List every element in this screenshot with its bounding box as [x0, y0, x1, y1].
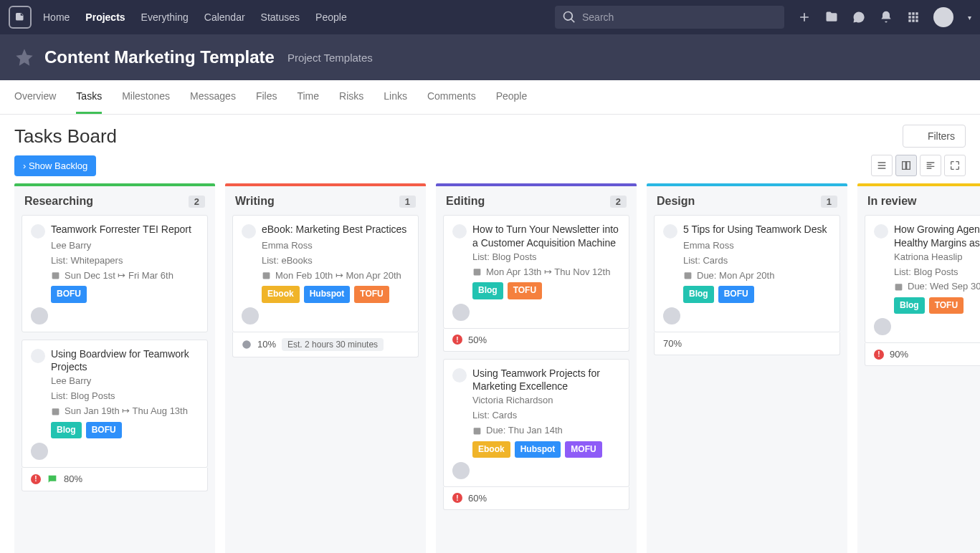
top-nav: HomeProjectsEverythingCalendarStatusesPe… — [43, 11, 347, 23]
tag-tofu[interactable]: TOFU — [929, 297, 964, 314]
task-card[interactable]: Using Boardview for Teamwork ProjectsLee… — [22, 340, 208, 468]
tag-bofu[interactable]: BOFU — [51, 286, 87, 302]
list-view-icon[interactable] — [871, 155, 893, 176]
card-tags: EbookHubspotTOFU — [262, 286, 409, 302]
tab-milestones[interactable]: Milestones — [122, 80, 170, 114]
task-checkbox[interactable] — [663, 224, 677, 239]
tag-ebook[interactable]: Ebook — [262, 286, 300, 302]
card-progress: 70% — [663, 338, 682, 349]
fullscreen-icon[interactable] — [944, 155, 966, 176]
nav-link-everything[interactable]: Everything — [141, 11, 189, 23]
card-assignee: Lee Barry — [51, 374, 199, 389]
search-box[interactable] — [555, 6, 784, 29]
nav-link-projects[interactable]: Projects — [85, 11, 125, 23]
search-input[interactable] — [582, 11, 777, 23]
tag-mofu[interactable]: MOFU — [565, 441, 601, 458]
clock-icon — [242, 340, 252, 350]
task-checkbox[interactable] — [31, 224, 45, 239]
assignee-avatar[interactable] — [452, 462, 470, 479]
page-title: Content Marketing Template — [44, 47, 275, 67]
tab-messages[interactable]: Messages — [190, 80, 236, 114]
chat-icon[interactable] — [852, 10, 866, 24]
card-assignee: Victoria Richardson — [472, 393, 620, 408]
assignee-avatar[interactable] — [31, 443, 48, 460]
task-checkbox[interactable] — [242, 224, 256, 239]
tag-bofu[interactable]: BOFU — [86, 422, 122, 438]
show-backlog-button[interactable]: › Show Backlog — [14, 155, 96, 176]
task-checkbox[interactable] — [452, 368, 467, 383]
tag-tofu[interactable]: TOFU — [508, 282, 542, 299]
project-tabs: OverviewTasksMilestonesMessagesFilesTime… — [0, 80, 980, 115]
tag-ebook[interactable]: Ebook — [472, 441, 510, 458]
calendar-icon — [894, 282, 903, 292]
assignee-avatar[interactable] — [452, 304, 470, 321]
plus-icon[interactable] — [797, 10, 812, 24]
tab-tasks[interactable]: Tasks — [76, 80, 102, 114]
card-footer: !90% — [865, 343, 980, 366]
task-card[interactable]: eBook: Marketing Best PracticesEmma Ross… — [232, 215, 419, 332]
kanban-board: Researching2Teamwork Forrester TEI Repor… — [0, 183, 980, 553]
assignee-avatar[interactable] — [242, 307, 259, 324]
task-card[interactable]: How Growing Agencies Maintain Healthy Ma… — [865, 215, 980, 343]
user-avatar[interactable] — [933, 7, 953, 27]
task-card[interactable]: Using Teamwork Projects for Marketing Ex… — [443, 359, 629, 487]
tab-comments[interactable]: Comments — [427, 80, 476, 114]
filters-button[interactable]: Filters — [903, 125, 966, 148]
card-progress: 50% — [468, 335, 487, 345]
assignee-avatar[interactable] — [31, 307, 48, 324]
bell-icon[interactable] — [879, 10, 893, 24]
tab-time[interactable]: Time — [297, 80, 319, 114]
nav-link-people[interactable]: People — [315, 11, 347, 23]
tag-blog[interactable]: Blog — [51, 422, 82, 438]
tab-risks[interactable]: Risks — [339, 80, 363, 114]
task-checkbox[interactable] — [452, 224, 467, 239]
column-body: Design15 Tips for Using Teamwork DeskEmm… — [647, 186, 847, 553]
task-card[interactable]: 5 Tips for Using Teamwork DeskEmma RossL… — [654, 215, 840, 332]
tag-tofu[interactable]: TOFU — [354, 286, 389, 302]
column-count: 2 — [610, 196, 627, 208]
card-meta: Victoria RichardsonList: CardsDue: Thu J… — [472, 393, 620, 458]
tab-files[interactable]: Files — [256, 80, 277, 114]
task-checkbox[interactable] — [31, 349, 45, 363]
tab-people[interactable]: People — [496, 80, 528, 114]
tab-overview[interactable]: Overview — [14, 80, 56, 114]
tag-blog[interactable]: Blog — [472, 282, 503, 299]
tag-hubspot[interactable]: Hubspot — [515, 441, 561, 458]
card-list: List: eBooks — [262, 254, 409, 269]
assignee-avatar[interactable] — [874, 318, 891, 335]
card-footer: !80% — [22, 468, 208, 491]
card-meta: Katriona HeaslipList: Blog PostsDue: Wed… — [894, 250, 980, 314]
card-title: Using Teamwork Projects for Marketing Ex… — [472, 367, 620, 394]
assignee-avatar[interactable] — [663, 307, 680, 324]
app-logo-icon[interactable] — [9, 6, 32, 29]
card-list: List: Cards — [472, 408, 620, 423]
calendar-icon — [262, 271, 271, 280]
card-meta: Lee BarryList: Blog PostsSun Jan 19th ↦ … — [51, 374, 199, 438]
task-checkbox[interactable] — [874, 224, 888, 239]
card-dates: Sun Dec 1st ↦ Fri Mar 6th — [51, 269, 199, 284]
tag-hubspot[interactable]: Hubspot — [304, 286, 351, 302]
card-tags: BlogTOFU — [472, 282, 620, 299]
task-card[interactable]: How to Turn Your Newsletter into a Custo… — [443, 215, 629, 329]
tag-blog[interactable]: Blog — [683, 286, 714, 302]
column-name: In review — [867, 195, 916, 208]
column-editing: Editing2How to Turn Your Newsletter into… — [436, 183, 637, 553]
nav-link-calendar[interactable]: Calendar — [204, 11, 245, 23]
compact-view-icon[interactable] — [920, 155, 941, 176]
tab-links[interactable]: Links — [384, 80, 407, 114]
card-footer: 70% — [654, 332, 840, 355]
card-tags: BlogBOFU — [51, 422, 199, 438]
star-icon[interactable] — [14, 47, 34, 67]
tag-blog[interactable]: Blog — [894, 297, 925, 314]
chevron-down-icon[interactable]: ▾ — [968, 14, 971, 21]
tag-bofu[interactable]: BOFU — [718, 286, 754, 302]
folder-icon[interactable] — [824, 10, 839, 24]
column-header: In review — [865, 193, 980, 215]
nav-link-home[interactable]: Home — [43, 11, 70, 23]
board-view-icon[interactable] — [895, 155, 917, 176]
nav-link-statuses[interactable]: Statuses — [261, 11, 300, 23]
apps-icon[interactable] — [906, 10, 920, 24]
estimate-pill: Est. 2 hours 30 minutes — [282, 338, 384, 351]
task-card[interactable]: Teamwork Forrester TEI ReportLee BarryLi… — [22, 215, 208, 332]
column-count: 1 — [821, 196, 837, 208]
